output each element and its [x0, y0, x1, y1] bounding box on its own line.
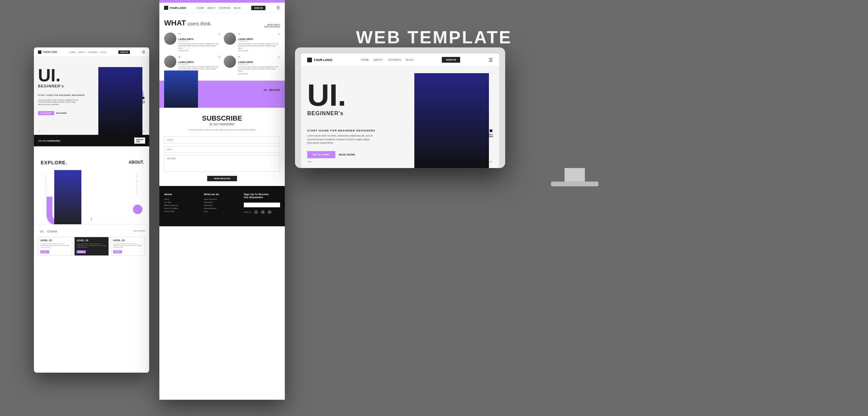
browser-subscribe-subtitle: to our newsletter — [164, 122, 280, 126]
mobile-about-label: ABOUT. — [129, 160, 144, 165]
mobile-figure — [98, 67, 142, 135]
monitor-hero: S UI. BEGINNER's START GUIDE FOR BEGINNE… — [301, 66, 499, 168]
monitor-hamburger-icon[interactable]: ☰ — [489, 57, 493, 63]
monitor-arrow-right-icon[interactable]: → — [488, 159, 493, 165]
mobile-courses-title: UI. Course — [38, 228, 57, 233]
browser-signin-button[interactable]: SIGN IN — [251, 6, 265, 10]
mobile-hero-title: UI. BEGINNER's — [38, 66, 64, 88]
browser-testimonial-grid: " " LAURA SMITH 17 MIN AGO Lorem ipsum d… — [164, 33, 280, 75]
monitor-start-button[interactable]: LET'S START — [307, 151, 335, 158]
mobile-nav-courses[interactable]: COURSES — [88, 51, 98, 53]
browser-what-bold: WHAT — [164, 19, 186, 27]
browser-testimonial-1-content: " " LAURA SMITH 17 MIN AGO Lorem ipsum d… — [164, 33, 220, 52]
mobile-explore: ONLINE COURSES ONLINE COURSES EXPLORE. A… — [34, 146, 149, 224]
browser-message-input[interactable] — [164, 155, 280, 172]
mobile-level-2-title: LEVEL .02 — [77, 239, 106, 242]
monitor-logo: YOUR LOGO — [307, 58, 332, 62]
browser-t3-quote-open: " — [178, 56, 181, 61]
mobile-level-1-btn[interactable]: ENROLL — [40, 250, 49, 253]
browser-footer-grid: About HistoryOur TeamMission StatementTe… — [164, 193, 280, 214]
monitor-wrapper: YOUR LOGO HOME ABOUT COURSES BLOG SIGN I… — [295, 47, 854, 186]
mobile-explore-label: EXPLORE. — [41, 160, 67, 165]
mobile-level-cards: LEVEL .01 Lorem ipsum dolor sit amet, co… — [38, 237, 145, 256]
mobile-edition-year: 2022 — [136, 141, 143, 143]
monitor-hero-buttons: LET'S START READ MORE — [307, 151, 355, 158]
mobile-courses-ui: UI. — [40, 230, 44, 233]
monitor-nav-courses[interactable]: COURSES — [388, 58, 401, 61]
browser-become-link: ■ BECOME APRO-DESIGNER — [264, 24, 280, 28]
browser-t4-text: Lorem ipsum dolor sit amet, consectetur … — [238, 66, 280, 72]
browser-section-header: WHAT users think. ■ BECOME APRO-DESIGNER — [164, 19, 280, 28]
mobile-community-bold: community — [47, 140, 59, 142]
browser-testimonial-2-avatar — [224, 33, 236, 45]
mobile-arrow-left-icon[interactable]: ← — [38, 129, 41, 133]
browser-testimonial-2-avatar-img — [224, 33, 236, 45]
browser-name-input[interactable] — [164, 137, 280, 143]
browser-t3-quote-close: " — [218, 56, 220, 61]
monitor-nav: YOUR LOGO HOME ABOUT COURSES BLOG SIGN I… — [301, 54, 499, 66]
mobile-level-card-3: LEVEL .03 Lorem ipsum dolor sit amet, co… — [111, 237, 145, 256]
mobile-arrow-right-icon[interactable]: → — [142, 129, 145, 133]
mobile-hero-desc: Lorem ipsum dolor sit amet, consectetur … — [38, 99, 79, 106]
browser-t2-quote-open: " — [238, 33, 240, 38]
mobile-courses-section: UI. Course START LEARNING LEVEL .01 Lore… — [34, 224, 149, 259]
browser-logo-icon — [164, 6, 168, 10]
monitor-base — [551, 182, 598, 186]
browser-newsletter-input[interactable] — [244, 203, 280, 207]
mobile-explore-circle — [133, 205, 142, 214]
mobile-nav-about[interactable]: ABOUT — [78, 51, 85, 53]
mobile-read-button[interactable]: READ MORE — [56, 112, 67, 114]
browser-hamburger-icon[interactable]: ☰ — [276, 5, 280, 10]
browser-t4-quote-close: " — [278, 56, 280, 61]
mobile-signin-button[interactable]: SIGN IN — [118, 50, 130, 54]
browser-t2-name: LAURA SMITH — [238, 38, 280, 40]
mobile-level-2-btn[interactable]: ENROLL — [77, 250, 85, 253]
mobile-hamburger-icon[interactable]: ☰ — [142, 50, 145, 54]
browser-facebook-icon[interactable]: f — [254, 210, 258, 214]
browser-testimonial-4-body: " " LAURA SMITH 13 MIN AGO Lorem ipsum d… — [238, 56, 280, 75]
browser-follow-text: Follow us! — [244, 211, 252, 213]
mobile-nav: YOUR LOGO HOME ABOUT COURSES BLOG SIGN I… — [34, 47, 149, 57]
monitor-nav-home[interactable]: HOME — [361, 58, 369, 61]
monitor-body: YOUR LOGO HOME ABOUT COURSES BLOG SIGN I… — [295, 47, 505, 168]
browser-subscribe-section: SUBSCRIBE to our newsletter Lorem ipsum … — [159, 108, 285, 186]
browser-t3-name: LAURA SMITH — [178, 61, 220, 63]
browser-instagram-icon[interactable]: ◉ — [261, 210, 265, 214]
browser-footer-about-title: About — [164, 193, 200, 196]
browser-testimonial-2-content: " " LAURA SMITH 13 MIN AGO Lorem ipsum d… — [224, 33, 280, 52]
browser-youtube-icon[interactable]: ▶ — [268, 210, 272, 214]
browser-band-text: UI. DESIGN — [264, 89, 280, 91]
browser-footer-what-title: What we do — [204, 193, 240, 196]
monitor-signin-button[interactable]: SIGN IN — [442, 57, 460, 63]
mobile-explore-person — [54, 170, 81, 224]
mobile-start-button[interactable]: LET'S START — [38, 111, 54, 115]
monitor-read-button[interactable]: READ MORE — [339, 153, 355, 156]
mobile-community-bar: Join the community • EDITION 2022 — [34, 135, 149, 146]
browser-nav-about[interactable]: ABOUT — [208, 7, 216, 9]
browser-nav-home[interactable]: HOME — [197, 7, 204, 9]
browser-logo: YOUR LOGO — [164, 6, 186, 10]
browser-nav: YOUR LOGO HOME ABOUT COURSES BLOG SIGN I… — [159, 3, 285, 13]
mobile-logo-icon — [38, 50, 41, 54]
monitor-nav-about[interactable]: ABOUT — [374, 58, 383, 61]
browser-mail-input[interactable] — [164, 146, 280, 153]
browser-send-button[interactable]: SEND MESSAGE — [207, 176, 237, 181]
mobile-nav-blog[interactable]: BLOG — [101, 51, 106, 53]
browser-t1-quote-open: " — [178, 33, 181, 38]
browser-nav-courses[interactable]: COURSES — [219, 7, 231, 9]
browser-t4-name: LAURA SMITH — [238, 61, 280, 63]
monitor-nav-blog[interactable]: BLOG — [406, 58, 413, 61]
mobile-level-1-desc: Lorem ipsum dolor sit amet, consectetur … — [40, 243, 70, 248]
mobile-start-learning[interactable]: START LEARNING — [134, 230, 145, 232]
browser-footer-about-links: HistoryOur TeamMission StatementTerms & … — [164, 198, 200, 213]
monitor-arrow-left-icon[interactable]: ← — [307, 159, 313, 165]
browser-t2-stars: ★★★★★ — [238, 49, 280, 52]
mobile-level-1-title: LEVEL .01 — [40, 239, 70, 242]
browser-become-icon: ■ — [268, 24, 269, 26]
mobile-nav-home[interactable]: HOME — [69, 51, 75, 53]
browser-logo-text: YOUR LOGO — [170, 6, 186, 9]
browser-testimonial-4-content: " " LAURA SMITH 13 MIN AGO Lorem ipsum d… — [224, 56, 280, 75]
browser-testimonial-2: " " LAURA SMITH 13 MIN AGO Lorem ipsum d… — [224, 33, 280, 52]
browser-nav-blog[interactable]: BLOG — [234, 7, 240, 9]
mobile-level-3-btn[interactable]: ENROLL — [113, 250, 122, 253]
